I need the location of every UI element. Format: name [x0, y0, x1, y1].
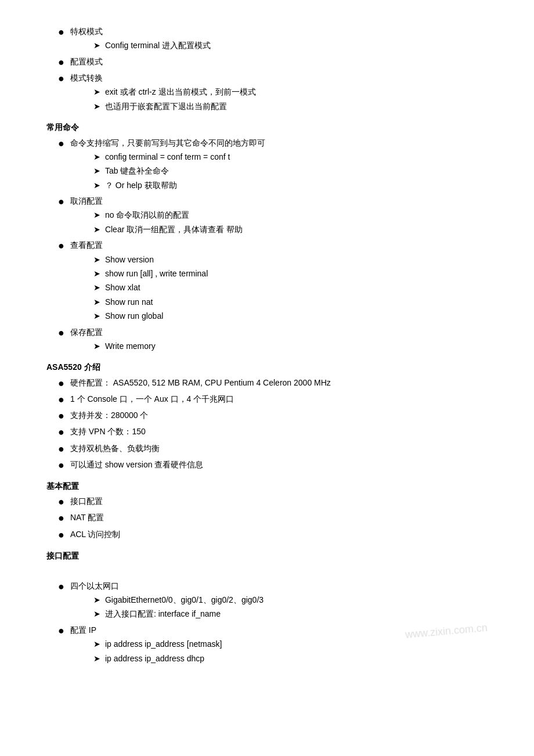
basic-config-heading: 基本配置: [46, 480, 499, 492]
common-commands-section: 常用命令 ● 命令支持缩写，只要前写到与其它命令不同的地方即可 ➤ config…: [46, 121, 499, 354]
mode-switch-label: 模式转换: [70, 73, 103, 82]
basic-nat-text: NAT 配置: [70, 511, 499, 524]
sub-write-mem: ➤ Write memory: [70, 340, 499, 352]
bullet-dot-ports: ●: [58, 393, 64, 407]
basic-config-list: ● 接口配置 ● NAT 配置 ● ACL 访问控制: [46, 495, 499, 542]
sub-enter-if-text: 进入接口配置: interface if_name: [105, 607, 499, 620]
asa5520-concurrent: ● 支持并发：280000 个: [46, 409, 499, 423]
common-commands-heading: 常用命令: [46, 121, 499, 134]
sub-show-run: ➤ show run [all] , write terminal: [70, 267, 499, 280]
sub-ip-netmask-text: ip address ip_address [netmask]: [105, 638, 499, 650]
sub-help: ➤ ？ Or help 获取帮助: [70, 179, 499, 192]
arrow-icon-17: ➤: [93, 638, 100, 650]
sub-exit-text: exit 或者 ctrl-z 退出当前模式，到前一模式: [105, 85, 499, 98]
sub-gig-ports-text: GigabitEthernet0/0、gig0/1、gig0/2、gig0/3: [105, 593, 499, 606]
asa5520-vpn: ● 支持 VPN 个数：150: [46, 425, 499, 440]
mode-switch-content: 模式转换 ➤ exit 或者 ctrl-z 退出当前模式，到前一模式 ➤ 也适用…: [70, 71, 499, 114]
save-config-item: ● 保存配置 ➤ Write memory: [46, 326, 499, 354]
abbrev-subs: ➤ config terminal = conf term = conf t ➤…: [70, 150, 499, 192]
sub-clear: ➤ Clear 取消一组配置，具体请查看 帮助: [70, 223, 499, 236]
cancel-config-subs: ➤ no 命令取消以前的配置 ➤ Clear 取消一组配置，具体请查看 帮助: [70, 208, 499, 236]
sub-clear-text: Clear 取消一组配置，具体请查看 帮助: [105, 223, 499, 236]
arrow-icon-4: ➤: [93, 150, 100, 163]
four-ethernet-subs: ➤ GigabitEthernet0/0、gig0/1、gig0/2、gig0/…: [70, 593, 499, 621]
cancel-config-item: ● 取消配置 ➤ no 命令取消以前的配置 ➤ Clear 取消一组配置，具体请…: [46, 195, 499, 237]
asa5520-hw-text: 硬件配置： ASA5520, 512 MB RAM, CPU Pentium 4…: [70, 376, 499, 389]
arrow-icon-12: ➤: [93, 296, 100, 308]
save-config-subs: ➤ Write memory: [70, 340, 499, 352]
sub-config-terminal: ➤ Config terminal 进入配置模式: [70, 39, 499, 52]
config-mode-label: 配置模式: [70, 57, 103, 66]
bullet-dot-hw: ●: [58, 376, 64, 391]
bullet-dot-cancel: ●: [58, 195, 64, 209]
cancel-config-label: 取消配置: [70, 196, 103, 206]
sub-show-run-text: show run [all] , write terminal: [105, 267, 499, 280]
asa5520-hw: ● 硬件配置： ASA5520, 512 MB RAM, CPU Pentium…: [46, 376, 499, 391]
bullet-dot-1: ●: [58, 25, 64, 39]
sub-show-xlat: ➤ Show xlat: [70, 281, 499, 294]
asa5520-ha: ● 支持双机热备、负载均衡: [46, 442, 499, 456]
sub-ip-netmask: ➤ ip address ip_address [netmask]: [70, 638, 499, 650]
arrow-icon-7: ➤: [93, 208, 100, 221]
config-mode-item: ● 配置模式: [46, 55, 499, 70]
asa5520-heading: ASA5520 介绍: [46, 361, 499, 373]
interface-config-list: ● 四个以太网口 ➤ GigabitEthernet0/0、gig0/1、gig…: [46, 579, 499, 666]
sub-show-nat-text: Show run nat: [105, 296, 499, 308]
bullet-dot-eth: ●: [58, 579, 64, 594]
arrow-icon-9: ➤: [93, 253, 100, 266]
sub-write-mem-text: Write memory: [105, 340, 499, 352]
abbrev-item: ● 命令支持缩写，只要前写到与其它命令不同的地方即可 ➤ config term…: [46, 136, 499, 193]
arrow-icon-10: ➤: [93, 267, 100, 280]
config-ip-item: ● 配置 IP ➤ ip address ip_address [netmask…: [46, 624, 499, 666]
sub-show-xlat-text: Show xlat: [105, 281, 499, 294]
interface-config-section: 接口配置 ● 四个以太网口 ➤ GigabitEthernet0/0、gig0/…: [46, 549, 499, 666]
asa5520-ports: ● 1 个 Console 口，一个 Aux 口，4 个千兆网口: [46, 393, 499, 407]
asa5520-section: ASA5520 介绍 ● 硬件配置： ASA5520, 512 MB RAM, …: [46, 361, 499, 473]
bullet-dot-ip: ●: [58, 624, 64, 638]
view-config-label: 查看配置: [70, 240, 103, 250]
config-ip-content: 配置 IP ➤ ip address ip_address [netmask] …: [70, 624, 499, 666]
bullet-dot-showver: ●: [58, 458, 64, 473]
basic-acl: ● ACL 访问控制: [46, 528, 499, 542]
arrow-icon-11: ➤: [93, 281, 100, 294]
save-config-content: 保存配置 ➤ Write memory: [70, 326, 499, 354]
sub-ip-dhcp: ➤ ip address ip_address dhcp: [70, 652, 499, 665]
arrow-icon-5: ➤: [93, 164, 100, 177]
arrow-icon-3: ➤: [93, 100, 100, 113]
arrow-icon-15: ➤: [93, 593, 100, 606]
config-ip-label: 配置 IP: [70, 625, 96, 635]
basic-config-section: 基本配置 ● 接口配置 ● NAT 配置 ● ACL 访问控制: [46, 480, 499, 542]
document-body: ● 特权模式 ➤ Config terminal 进入配置模式 ● 配置模式 ●…: [46, 25, 499, 666]
sub-conf-term-text: config terminal = conf term = conf t: [105, 150, 499, 163]
four-ethernet-item: ● 四个以太网口 ➤ GigabitEthernet0/0、gig0/1、gig…: [46, 579, 499, 622]
asa5520-list: ● 硬件配置： ASA5520, 512 MB RAM, CPU Pentium…: [46, 376, 499, 473]
asa5520-ports-text: 1 个 Console 口，一个 Aux 口，4 个千兆网口: [70, 393, 499, 405]
bullet-dot-3: ●: [58, 71, 64, 86]
arrow-icon-2: ➤: [93, 85, 100, 98]
bullet-dot-abbrev: ●: [58, 136, 64, 151]
arrow-icon-1: ➤: [93, 39, 100, 52]
arrow-icon-16: ➤: [93, 607, 100, 620]
view-config-item: ● 查看配置 ➤ Show version ➤ show run [all] ,…: [46, 239, 499, 323]
common-commands-list: ● 命令支持缩写，只要前写到与其它命令不同的地方即可 ➤ config term…: [46, 136, 499, 354]
basic-acl-text: ACL 访问控制: [70, 528, 499, 541]
top-sections: ● 特权模式 ➤ Config terminal 进入配置模式 ● 配置模式 ●…: [46, 25, 499, 114]
interface-config-heading: 接口配置: [46, 549, 499, 562]
arrow-icon-8: ➤: [93, 223, 100, 236]
privileged-mode-subs: ➤ Config terminal 进入配置模式: [70, 39, 499, 52]
config-ip-subs: ➤ ip address ip_address [netmask] ➤ ip a…: [70, 638, 499, 665]
basic-interface-text: 接口配置: [70, 495, 499, 507]
basic-nat: ● NAT 配置: [46, 511, 499, 525]
sub-show-global-text: Show run global: [105, 309, 499, 322]
view-config-content: 查看配置 ➤ Show version ➤ show run [all] , w…: [70, 239, 499, 323]
sub-exit: ➤ exit 或者 ctrl-z 退出当前模式，到前一模式: [70, 85, 499, 98]
bullet-dot-vpn: ●: [58, 425, 64, 440]
bullet-dot-2: ●: [58, 55, 64, 70]
bullet-dot-concurrent: ●: [58, 409, 64, 423]
sub-nested: ➤ 也适用于嵌套配置下退出当前配置: [70, 100, 499, 113]
asa5520-vpn-text: 支持 VPN 个数：150: [70, 425, 499, 438]
privileged-mode-item: ● 特权模式 ➤ Config terminal 进入配置模式: [46, 25, 499, 53]
privileged-mode-label: 特权模式: [70, 27, 103, 36]
bullet-dot-ha: ●: [58, 442, 64, 456]
sub-no-text: no 命令取消以前的配置: [105, 208, 499, 221]
